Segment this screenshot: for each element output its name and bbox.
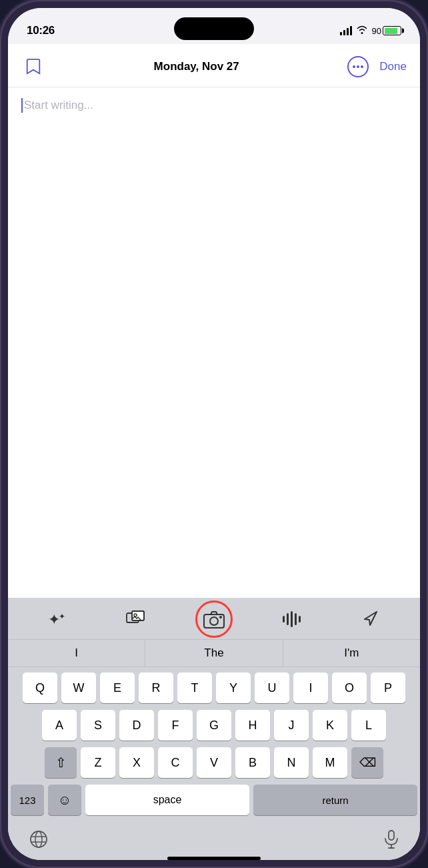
status-icons: 90 [340,25,401,37]
svg-point-10 [210,617,218,625]
header-actions: Done [347,56,407,77]
emoji-key[interactable]: ☺ [48,785,81,815]
bottom-bar [8,825,420,854]
signal-bars-icon [340,26,352,35]
svg-rect-12 [283,616,285,622]
key-u[interactable]: U [255,673,289,703]
note-placeholder: Start writing... [21,98,407,113]
key-t[interactable]: T [177,673,212,703]
svg-rect-14 [291,611,293,627]
keyboard-area: ✦ ✦ [8,598,420,860]
key-y[interactable]: Y [216,673,251,703]
key-h[interactable]: H [235,710,270,741]
camera-icon [203,610,225,628]
battery-level: 90 [372,26,381,36]
microphone-button[interactable] [384,830,399,851]
battery-icon [383,26,401,35]
svg-point-0 [353,65,355,68]
screen: 10:26 [8,8,420,860]
autocomplete-bar: I The I'm [8,640,420,667]
shift-key[interactable]: ⇧ [45,747,77,778]
key-row-2: A S D F G H J K L [11,710,417,741]
svg-rect-15 [295,613,297,625]
home-indicator [167,857,261,860]
autocomplete-item-the[interactable]: The [145,640,283,667]
camera-button[interactable] [197,604,231,634]
svg-rect-16 [299,616,301,622]
return-key[interactable]: return [253,785,417,815]
key-b[interactable]: B [235,747,270,778]
key-n[interactable]: N [274,747,309,778]
battery-container: 90 [372,26,401,36]
key-m[interactable]: M [313,747,347,778]
app-content: Monday, Nov 27 Done Start w [8,44,420,598]
key-i[interactable]: I [293,673,328,703]
key-f[interactable]: F [158,710,193,741]
photos-icon [126,610,146,628]
key-k[interactable]: K [313,710,347,741]
send-arrow-icon [361,610,379,628]
bookmark-button[interactable] [21,55,45,79]
key-row-4: 123 ☺ space return [11,785,417,815]
numbers-key[interactable]: 123 [11,785,44,815]
photos-button[interactable] [119,604,153,634]
audio-button[interactable] [275,604,309,634]
keyboard-toolbar: ✦ ✦ [8,598,420,640]
microphone-icon [384,830,399,849]
key-g[interactable]: G [197,710,231,741]
send-button[interactable] [353,604,387,634]
key-l[interactable]: L [351,710,386,741]
key-a[interactable]: A [42,710,77,741]
key-w[interactable]: W [61,673,96,703]
key-q[interactable]: Q [23,673,57,703]
key-row-1: Q W E R T Y U I O P [11,673,417,703]
keyboard-rows: Q W E R T Y U I O P A S D F G [8,667,420,825]
key-x[interactable]: X [119,747,154,778]
key-r[interactable]: R [139,673,173,703]
globe-button[interactable] [29,830,48,851]
svg-point-1 [357,65,359,68]
key-p[interactable]: P [371,673,405,703]
autocomplete-item-i[interactable]: I [8,640,145,667]
key-c[interactable]: C [158,747,193,778]
audio-waveform-icon [282,610,302,628]
svg-rect-13 [287,613,289,625]
key-e[interactable]: E [100,673,135,703]
note-writing-area[interactable]: Start writing... [8,87,420,598]
status-time: 10:26 [27,24,55,37]
status-bar: 10:26 [8,8,420,44]
ai-sparkle-icon: ✦ ✦ [48,610,68,628]
svg-point-17 [31,831,47,847]
done-button[interactable]: Done [379,60,407,73]
key-s[interactable]: S [81,710,115,741]
more-options-icon [353,65,363,68]
note-header: Monday, Nov 27 Done [8,44,420,87]
svg-point-11 [219,616,222,618]
key-v[interactable]: V [197,747,231,778]
wifi-icon [356,25,368,37]
svg-rect-21 [389,831,394,840]
phone-frame: 10:26 [0,0,428,868]
bookmark-icon [26,58,41,75]
key-o[interactable]: O [332,673,367,703]
dynamic-island [174,17,254,40]
key-d[interactable]: D [119,710,154,741]
more-options-button[interactable] [347,56,369,77]
delete-key[interactable]: ⌫ [351,747,383,778]
text-cursor [21,98,23,113]
autocomplete-item-im[interactable]: I'm [283,640,420,667]
svg-text:✦: ✦ [59,612,65,621]
key-j[interactable]: J [274,710,309,741]
space-key[interactable]: space [85,785,249,815]
ai-writing-button[interactable]: ✦ ✦ [41,604,75,634]
key-z[interactable]: Z [81,747,115,778]
note-date: Monday, Nov 27 [154,60,239,73]
key-row-3: ⇧ Z X C V B N M ⌫ [11,747,417,778]
svg-point-2 [361,65,363,68]
globe-icon [29,830,48,849]
svg-point-18 [35,831,42,847]
